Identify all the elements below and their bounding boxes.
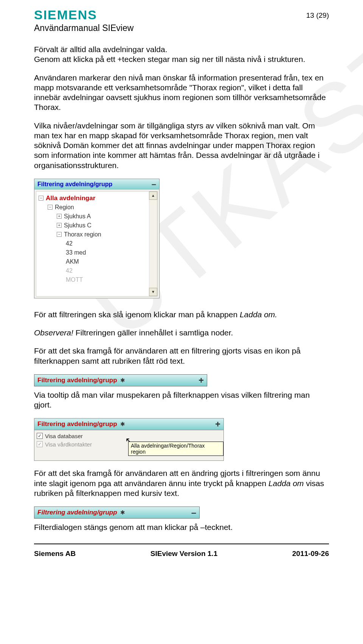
- tooltip: Alla avdelningar/Region/Thorax region: [128, 442, 223, 456]
- filter-panel: Filtrering avdelning/grupp – ▲ ▼ − Alla …: [34, 179, 160, 298]
- collapse-box-icon[interactable]: −: [39, 196, 43, 201]
- scroll-up-button[interactable]: ▲: [149, 192, 157, 200]
- expand-icon[interactable]: +: [215, 419, 220, 429]
- paragraph-5: Observera! Filtreringen gäller innehålle…: [34, 328, 329, 338]
- siemens-logo: SIEMENS: [34, 8, 133, 22]
- footer-version: SIEview Version 1.1: [150, 550, 217, 558]
- expand-box-icon[interactable]: +: [57, 214, 62, 219]
- tree-item-sjukhus-c[interactable]: + Sjukhus C: [39, 221, 156, 230]
- footer: Siemens AB SIEview Version 1.1 2011-09-2…: [34, 547, 329, 558]
- checkbox-label: Visa databaser: [45, 433, 83, 439]
- tree-label: Sjukhus A: [64, 213, 91, 220]
- tree-root-label: Alla avdelningar: [46, 195, 95, 202]
- paragraph-3: Vilka nivåer/avdelningar som är tillgäng…: [34, 121, 329, 170]
- paragraph-7: Via tooltip då man vilar muspekaren på f…: [34, 390, 329, 410]
- tree-item-sjukhus-a[interactable]: + Sjukhus A: [39, 212, 156, 221]
- tree-label: 42: [66, 267, 73, 274]
- tree-label: Sjukhus C: [64, 222, 92, 229]
- tree-label: AKM: [66, 258, 79, 265]
- gear-icon[interactable]: ✱: [120, 421, 125, 428]
- tree-label: MOTT: [66, 276, 83, 283]
- filter-panel-title: Filtrering avdelning/grupp: [37, 181, 112, 188]
- collapse-icon[interactable]: –: [152, 179, 156, 189]
- page-number: 13 (29): [306, 11, 329, 20]
- filter-panel-header[interactable]: Filtrering avdelning/grupp –: [34, 179, 159, 190]
- tree-item-thorax[interactable]: − Thorax region: [39, 230, 156, 239]
- filter-header-title: Filtrering avdelning/grupp: [37, 509, 117, 516]
- tree-item-region[interactable]: − Region: [39, 203, 156, 212]
- collapse-box-icon[interactable]: −: [48, 205, 53, 210]
- paragraph-1: Förvalt är alltid alla avdelningar valda…: [34, 45, 329, 65]
- filter-header-red[interactable]: Filtrering avdelning/grupp ✱ +: [34, 374, 207, 386]
- scroll-track[interactable]: [149, 200, 157, 288]
- gear-icon[interactable]: ✱: [120, 377, 125, 384]
- tree-item[interactable]: 42: [39, 239, 156, 248]
- text: För att filtreringen ska slå igenom klic…: [34, 310, 240, 319]
- tree-label: 42: [66, 240, 73, 247]
- filter-header-title: Filtrering avdelning/grupp: [37, 377, 117, 384]
- checkbox-checked-icon[interactable]: ✓: [37, 441, 43, 447]
- tree-root[interactable]: − Alla avdelningar: [39, 194, 156, 203]
- tree-label: Region: [55, 204, 74, 211]
- paragraph-8: För att det ska framgå för användaren at…: [34, 468, 329, 498]
- observe-label: Observera!: [34, 328, 73, 337]
- tree-label: Thorax region: [64, 231, 101, 238]
- tree-item[interactable]: 33 med: [39, 248, 156, 257]
- paragraph-4: För att filtreringen ska slå igenom klic…: [34, 310, 329, 320]
- manual-title: Användarmanual SIEview: [34, 23, 133, 33]
- paragraph-2: Användaren markerar den nivå man önskar …: [34, 73, 329, 113]
- tree-label: 33 med: [66, 249, 86, 256]
- tree-item[interactable]: AKM: [39, 257, 156, 266]
- gear-icon[interactable]: ✱: [120, 509, 125, 516]
- footer-company: Siemens AB: [34, 550, 76, 558]
- scroll-down-button[interactable]: ▼: [149, 288, 157, 296]
- paragraph-9: Filterdialogen stängs genom att man klic…: [34, 522, 329, 532]
- text: Filtreringen gäller innehållet i samtlig…: [73, 328, 233, 337]
- filter-tree: ▲ ▼ − Alla avdelningar − Region + Sjukhu…: [36, 191, 158, 297]
- button-name-ref: Ladda om: [268, 479, 304, 488]
- footer-date: 2011-09-26: [292, 550, 329, 558]
- filter-tooltip-panel: Filtrering avdelning/grupp ✱ + ✓ Visa da…: [34, 418, 224, 461]
- expand-box-icon[interactable]: +: [57, 223, 62, 228]
- checkbox-label: Visa vårdkontakter: [45, 441, 92, 448]
- collapse-box-icon[interactable]: −: [57, 232, 62, 237]
- tree-item-disabled: MOTT: [39, 275, 156, 284]
- checkbox-checked-icon[interactable]: ✓: [37, 433, 43, 439]
- collapse-icon[interactable]: –: [191, 507, 196, 518]
- tree-item-disabled: 42: [39, 266, 156, 275]
- expand-icon[interactable]: +: [199, 375, 204, 386]
- filter-header-red-italic[interactable]: Filtrering avdelning/grupp ✱ –: [34, 507, 200, 519]
- filter-header-title: Filtrering avdelning/grupp: [37, 420, 117, 428]
- paragraph-6: För att det ska framgå för användaren at…: [34, 346, 329, 366]
- button-name-ref: Ladda om.: [240, 310, 277, 319]
- footer-divider: [34, 544, 329, 544]
- page-header: SIEMENS Användarmanual SIEview 13 (29): [34, 8, 329, 33]
- filter-tooltip-header[interactable]: Filtrering avdelning/grupp ✱ +: [34, 419, 223, 430]
